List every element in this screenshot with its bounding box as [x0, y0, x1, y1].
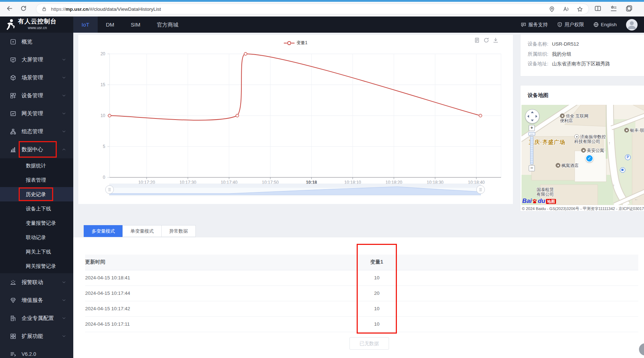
road-arrow-left: ←	[634, 197, 638, 201]
tab-abnormal-data[interactable]: 异常数据	[161, 225, 196, 237]
favorite-star-icon[interactable]	[577, 6, 583, 12]
extension-icon	[10, 333, 16, 339]
map-zoom-slider-handle[interactable]	[528, 132, 535, 136]
brand-title: 有人云控制台	[18, 18, 57, 25]
sidebar-item-label: 增值服务	[22, 297, 43, 304]
reload-icon[interactable]	[20, 5, 27, 12]
browser-toolbar: https://mp.usr.cn/#/cloud/data/ViewDataH…	[0, 0, 644, 17]
no-more-data-button[interactable]: 已无数据	[349, 337, 389, 350]
table-row: 2024-04-15 10:17:4420	[85, 285, 638, 301]
alarm-icon	[10, 279, 16, 285]
sidebar-item-label: 数据中心	[22, 146, 43, 153]
sidebar-item-enterprise-config[interactable]: 企业专属配置	[0, 309, 73, 327]
topnav-tab-mall[interactable]: 官方商城	[149, 17, 187, 33]
cell-update-time: 2024-04-15 10:17:44	[85, 285, 357, 301]
topnav-permission[interactable]: 用户权限	[557, 22, 584, 28]
topnav-tab-iot[interactable]: IoT	[73, 17, 98, 33]
svg-text:5: 5	[103, 144, 105, 149]
map-label-plaza: 三庆·齐盛广场	[529, 140, 565, 144]
map-label-yinfeng: 银丰·联合	[624, 128, 644, 133]
sidebar-item-scene[interactable]: 场景管理	[0, 69, 73, 87]
topnav-tab-dm[interactable]: DM	[98, 17, 122, 33]
sidebar: 概览大屏管理场景管理设备管理网关管理组态管理数据中心数据统计报表管理历史记录设备…	[0, 33, 73, 358]
sidebar-subitem-device-online-offline[interactable]: 设备上下线	[0, 201, 73, 216]
topnav-tab-sim[interactable]: SIM	[122, 17, 149, 33]
sidebar-item-big-screen[interactable]: 大屏管理	[0, 51, 73, 69]
device-location-marker[interactable]	[585, 154, 593, 162]
sidebar-item-label: 大屏管理	[22, 56, 43, 63]
device-info-card: 设备名称:USR-DR512所属组织:我的分组设备地址:山东省济南市历下区颖秀路	[520, 34, 644, 76]
map-pan-control[interactable]	[525, 109, 539, 124]
topnav-support[interactable]: 服务支持	[521, 22, 548, 28]
device-info-label: 设备名称:	[528, 41, 548, 47]
table-row: 2024-04-15 10:18:4110	[85, 270, 638, 285]
svg-text:15: 15	[101, 82, 106, 87]
datazoom-left-handle[interactable]	[106, 186, 114, 194]
sidebar-item-alarm-linkage[interactable]: 报警联动	[0, 273, 73, 291]
split-screen-icon[interactable]	[594, 5, 601, 12]
sidebar-subitem-variable-alarm-records[interactable]: 变量报警记录	[0, 216, 73, 230]
back-icon[interactable]	[6, 5, 13, 12]
tab-single-variable[interactable]: 单变量模式	[122, 225, 162, 237]
map-zoom-out-button[interactable]: −	[529, 165, 535, 171]
history-line-chart: 2015105010:17:2010:17:3010:17:4010:17:50…	[78, 35, 513, 204]
sidebar-item-data-center[interactable]: 数据中心	[0, 140, 73, 158]
download-icon[interactable]	[493, 37, 499, 43]
chevron-down-icon	[62, 129, 66, 134]
user-avatar-icon[interactable]	[626, 19, 638, 31]
map-zoom-in-button[interactable]: +	[529, 125, 535, 131]
column-variable1: 变量1	[357, 255, 397, 270]
sidebar-item-value-added[interactable]: 增值服务	[0, 291, 73, 309]
globe-icon	[593, 22, 599, 27]
chart-legend[interactable]: 变量1	[284, 40, 307, 46]
map-zoom-slider-track[interactable]	[530, 136, 533, 164]
sidebar-subitem-report-management[interactable]: 报表管理	[0, 173, 73, 187]
datazoom-right-handle[interactable]	[477, 186, 485, 194]
map-label-fengyu-hotel: 枫寓酒店	[556, 163, 579, 168]
map-copyright: © 2024 Baidu - GS(2023)3206号 - 甲测资字11111…	[522, 206, 644, 211]
sidebar-subitem-gateway-alarm-records[interactable]: 网关报警记录	[0, 259, 73, 273]
sidebar-subitem-history-records[interactable]: 历史记录	[0, 187, 73, 201]
road-arrow-up: ↑	[608, 141, 611, 145]
sidebar-item-label: 报警联动	[22, 279, 43, 286]
baidu-paw-icon	[532, 199, 537, 204]
collections-icon[interactable]	[610, 5, 617, 12]
tab-multi-variable[interactable]: 多变量模式	[84, 225, 123, 237]
cell-update-time: 2024-04-15 10:18:41	[85, 270, 357, 285]
app-top-nav: 有人云控制台 www.usr.cn IoTDMSIM官方商城 服务支持用户权限E…	[0, 17, 644, 33]
sidebar-item-gateway[interactable]: 网关管理	[0, 104, 73, 122]
sidebar-item-extension[interactable]: 扩展功能	[0, 327, 73, 345]
sidebar-subitem-gateway-online-offline[interactable]: 网关上下线	[0, 245, 73, 259]
sidebar-item-scada[interactable]: 组态管理	[0, 122, 73, 140]
baidu-map[interactable]: 倍全 互联网便利店济南振华数控科技有限公司三庆·齐盛广场美安公寓枫寓酒店银丰·联…	[522, 105, 644, 205]
sidebar-item-overview[interactable]: 概览	[0, 33, 73, 51]
browser-tab-strip	[0, 0, 644, 2]
sidebar-subitem-linkage-records[interactable]: 联动记录	[0, 230, 73, 245]
location-pin-icon[interactable]	[549, 6, 555, 12]
language-label: English	[601, 22, 617, 27]
url-text: https://mp.usr.cn/#/cloud/data/ViewDataH…	[51, 6, 161, 12]
topnav-language[interactable]: English	[593, 22, 617, 27]
sidebar-subitem-data-statistics[interactable]: 数据统计	[0, 158, 73, 173]
scada-icon	[10, 129, 16, 135]
read-aloud-icon[interactable]	[563, 6, 569, 12]
address-bar[interactable]: https://mp.usr.cn/#/cloud/data/ViewDataH…	[36, 4, 589, 14]
chevron-down-icon	[62, 316, 66, 320]
copilot-icon[interactable]	[626, 5, 633, 12]
data-view-icon[interactable]	[474, 37, 480, 43]
table-header-row: 更新时间 变量1	[85, 255, 638, 270]
map-label-convenience-store: 倍全 互联网便利店	[560, 113, 588, 123]
parking-badge: P	[625, 154, 631, 160]
chat-icon	[521, 22, 526, 27]
topnav-tabs: IoTDMSIM官方商城	[73, 17, 187, 33]
brand[interactable]: 有人云控制台 www.usr.cn	[0, 17, 73, 33]
sidebar-item-label: 场景管理	[22, 74, 43, 81]
lock-icon	[42, 6, 47, 11]
svg-text:10: 10	[101, 113, 106, 118]
cnc-company-poi-icon	[574, 134, 579, 139]
sidebar-item-device[interactable]: 设备管理	[0, 87, 73, 104]
refresh-icon[interactable]	[483, 37, 489, 43]
sidebar-item-label: 企业专属配置	[22, 315, 54, 322]
device-info-label: 设备地址:	[528, 61, 548, 66]
support-label: 服务支持	[528, 22, 548, 28]
